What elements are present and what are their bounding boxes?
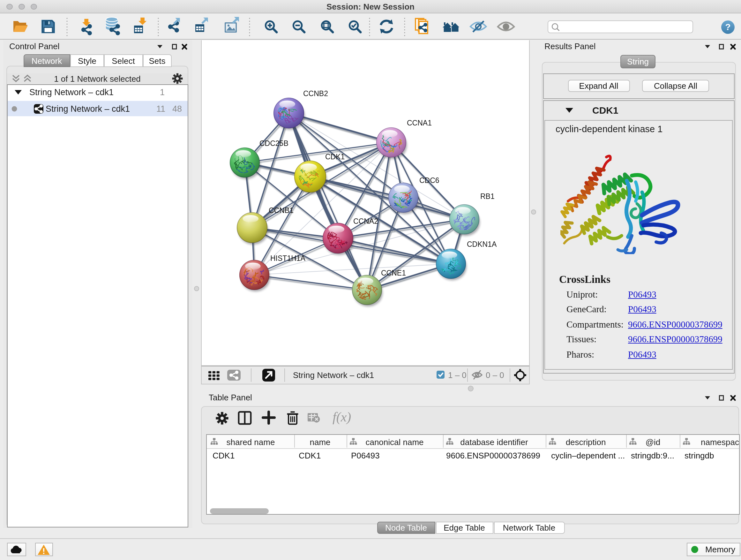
svg-text:HIST1H1A: HIST1H1A <box>270 254 306 262</box>
svg-text:CDC25B: CDC25B <box>259 139 288 147</box>
svg-text:CCNB2: CCNB2 <box>303 89 328 98</box>
svg-text:CCNA1: CCNA1 <box>407 118 431 127</box>
svg-text:RB1: RB1 <box>480 192 494 200</box>
svg-text:CDKN1A: CDKN1A <box>467 240 496 248</box>
svg-text:CCNA2: CCNA2 <box>353 217 378 225</box>
svg-text:CDK1: CDK1 <box>325 152 344 161</box>
svg-text:CDC6: CDC6 <box>419 176 439 184</box>
svg-text:CCNB1: CCNB1 <box>268 206 293 214</box>
svg-text:CCNE1: CCNE1 <box>381 268 406 277</box>
